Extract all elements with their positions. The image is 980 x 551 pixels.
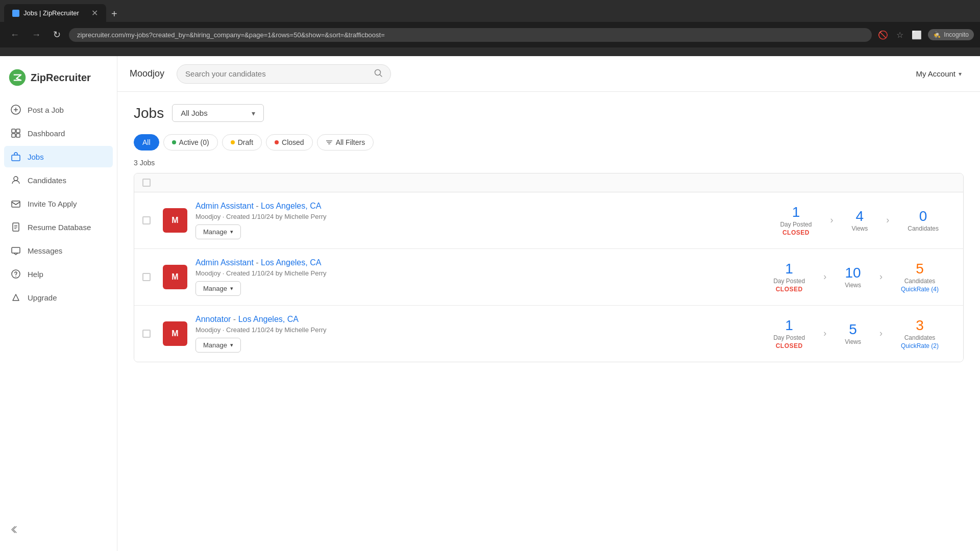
sidebar-item-dashboard[interactable]: Dashboard (4, 122, 113, 144)
filters-icon (326, 139, 333, 146)
job-3-stat-days: 1 Day Posted CLOSED (757, 318, 821, 350)
job-3-logo: M (163, 321, 187, 346)
job-row-1-checkbox[interactable] (142, 216, 151, 224)
search-input[interactable] (185, 69, 370, 78)
new-tab-button[interactable]: + (107, 6, 121, 22)
job-1-days-label: Day Posted (780, 221, 812, 228)
job-3-days-number: 1 (785, 318, 793, 334)
svg-point-9 (14, 177, 18, 181)
sidebar-item-upgrade[interactable]: Upgrade (4, 287, 113, 308)
job-3-manage-label: Manage (203, 341, 227, 349)
back-button[interactable]: ← (6, 28, 23, 42)
job-3-manage-button[interactable]: Manage ▾ (195, 338, 241, 353)
job-1-stats: 1 Day Posted CLOSED › 4 Views › 0 Candid (764, 205, 955, 237)
job-3-days-label: Day Posted (773, 334, 805, 341)
sidebar-item-label-post-job: Post a Job (28, 106, 64, 114)
sidebar-item-post-job[interactable]: Post a Job (4, 99, 113, 120)
job-3-status: CLOSED (776, 342, 803, 349)
job-row-2-checkbox[interactable] (142, 273, 151, 281)
job-2-location[interactable]: Los Angeles, CA (261, 258, 321, 267)
tab-close-icon[interactable]: ✕ (91, 8, 98, 18)
browser-toolbar: ← → ↻ ziprecruiter.com/my-jobs?created_b… (0, 22, 980, 47)
profile-icon[interactable]: ⬜ (910, 28, 924, 42)
active-tab[interactable]: Jobs | ZipRecruiter ✕ (4, 4, 106, 22)
forward-button[interactable]: → (28, 28, 45, 42)
sidebar-item-invite-to-apply[interactable]: Invite To Apply (4, 193, 113, 214)
search-bar[interactable] (177, 64, 391, 84)
svg-rect-5 (16, 129, 20, 133)
url-bar[interactable]: ziprecruiter.com/my-jobs?created_by=&hir… (69, 28, 872, 42)
url-text: ziprecruiter.com/my-jobs?created_by=&hir… (77, 31, 864, 39)
chevron-down-icon: ▾ (959, 70, 962, 78)
job-2-quickrate-link[interactable]: QuickRate (4) (901, 286, 939, 293)
table-row: M Admin Assistant - Los Angeles, CA Mood… (134, 192, 963, 249)
job-2-meta: Moodjoy · Created 1/10/24 by Michelle Pe… (195, 269, 757, 277)
job-2-arrow-2: › (877, 271, 885, 282)
all-filters-button[interactable]: All Filters (317, 134, 374, 151)
incognito-icon: 🕵 (933, 31, 941, 38)
job-1-views-label: Views (851, 225, 868, 232)
filter-draft-button[interactable]: Draft (222, 134, 262, 151)
eye-slash-icon[interactable]: 🚫 (876, 28, 890, 42)
svg-rect-8 (12, 155, 20, 161)
filter-all-button[interactable]: All (134, 134, 159, 151)
job-1-title[interactable]: Admin Assistant (195, 202, 254, 210)
job-1-days-number: 1 (792, 205, 800, 220)
closed-dot-icon (275, 140, 279, 144)
job-3-quickrate-link[interactable]: QuickRate (2) (901, 342, 939, 349)
bookmark-icon[interactable]: ☆ (894, 28, 905, 42)
filter-active-button[interactable]: Active (0) (163, 134, 218, 151)
page-title: Jobs (134, 105, 164, 121)
my-account-button[interactable]: My Account ▾ (910, 66, 968, 81)
job-row-3-checkbox-container (142, 330, 155, 338)
svg-rect-6 (12, 134, 15, 137)
sidebar-item-candidates[interactable]: Candidates (4, 169, 113, 191)
search-icon (374, 69, 382, 79)
job-1-manage-button[interactable]: Manage ▾ (195, 224, 241, 239)
jobs-table: M Admin Assistant - Los Angeles, CA Mood… (134, 173, 964, 362)
logo-text: ZipRecruiter (31, 72, 91, 84)
sidebar-item-resume-database[interactable]: Resume Database (4, 216, 113, 238)
job-1-title-row: Admin Assistant - Los Angeles, CA (195, 202, 764, 211)
logo-area: ZipRecruiter (0, 64, 117, 99)
all-filters-label: All Filters (336, 138, 365, 146)
tab-favicon (12, 10, 19, 17)
job-2-info: Admin Assistant - Los Angeles, CA Moodjo… (195, 258, 757, 296)
job-1-stat-candidates: 0 Candidates (891, 209, 955, 233)
jobs-count: 3 Jobs (134, 159, 964, 167)
job-3-location[interactable]: Los Angeles, CA (238, 315, 299, 323)
job-3-meta: Moodjoy · Created 1/10/24 by Michelle Pe… (195, 326, 757, 334)
tab-title: Jobs | ZipRecruiter (23, 9, 79, 17)
logo-zip: Zip (31, 72, 46, 83)
dashboard-icon (10, 128, 21, 139)
job-2-status: CLOSED (776, 286, 803, 293)
job-row-3-checkbox[interactable] (142, 330, 151, 338)
job-2-manage-button[interactable]: Manage ▾ (195, 281, 241, 296)
sidebar-collapse-button[interactable] (0, 516, 117, 543)
job-3-views-number: 5 (849, 322, 857, 338)
post-job-icon (10, 104, 21, 115)
all-jobs-dropdown[interactable]: All Jobs ▾ (172, 104, 264, 122)
sidebar-item-messages[interactable]: Messages (4, 240, 113, 261)
jobs-icon (10, 151, 21, 162)
dropdown-arrow-icon: ▾ (252, 109, 255, 117)
job-1-manage-label: Manage (203, 228, 227, 236)
job-1-location[interactable]: Los Angeles, CA (261, 202, 321, 210)
sidebar-item-help[interactable]: Help (4, 263, 113, 285)
job-2-stat-days: 1 Day Posted CLOSED (757, 261, 821, 293)
job-3-title[interactable]: Annotator (195, 315, 231, 323)
refresh-button[interactable]: ↻ (49, 27, 65, 42)
job-2-title[interactable]: Admin Assistant (195, 258, 254, 267)
table-header-row (134, 173, 963, 192)
job-1-info: Admin Assistant - Los Angeles, CA Moodjo… (195, 202, 764, 239)
svg-point-17 (15, 276, 16, 277)
select-all-checkbox[interactable] (142, 179, 151, 187)
job-3-info: Annotator - Los Angeles, CA Moodjoy · Cr… (195, 315, 757, 353)
job-1-separator: - (256, 202, 261, 210)
draft-dot-icon (231, 140, 235, 144)
sidebar-item-jobs[interactable]: Jobs (4, 146, 113, 167)
filter-draft-label: Draft (238, 138, 253, 146)
job-3-separator: - (233, 315, 238, 323)
sidebar-item-label-resume: Resume Database (28, 223, 91, 232)
filter-closed-button[interactable]: Closed (266, 134, 313, 151)
